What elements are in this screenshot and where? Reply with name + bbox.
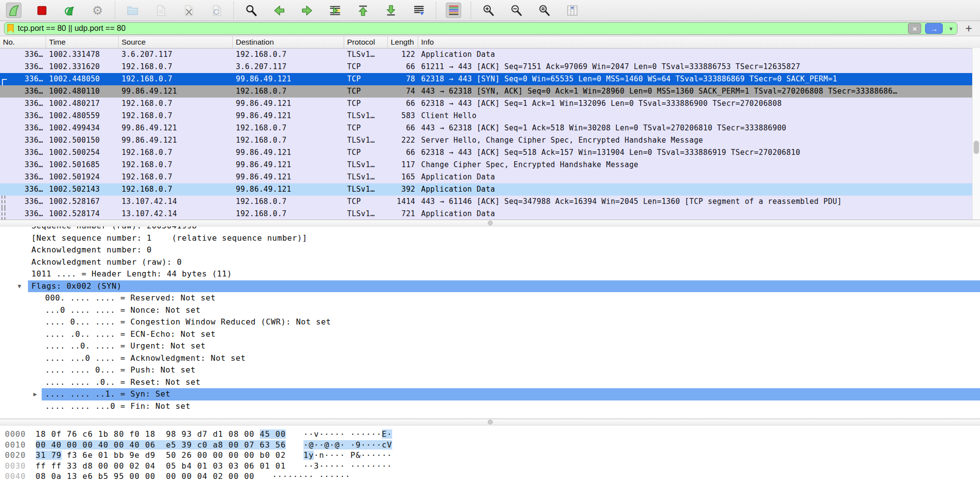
capture-stop-icon[interactable]	[34, 2, 50, 18]
ascii-char[interactable]: ·	[319, 440, 325, 449]
go-to-packet-icon[interactable]	[327, 2, 343, 18]
ascii-char[interactable]: ·	[377, 440, 382, 449]
filter-bookmark-icon[interactable]	[7, 24, 14, 33]
detail-line[interactable]: Acknowledgment number: 0	[0, 244, 980, 256]
hex-byte[interactable]: 00	[82, 440, 93, 449]
hex-byte[interactable]: 18	[145, 429, 155, 439]
hex-byte[interactable]: 13	[67, 472, 77, 481]
ascii-char[interactable]: ·	[340, 429, 346, 439]
detail-line[interactable]: .... .0.. .... = ECN-Echo: Not set	[0, 328, 980, 341]
hex-byte[interactable]: b4	[181, 461, 192, 471]
ascii-char[interactable]: ·	[314, 450, 319, 460]
reload-file-icon[interactable]	[208, 2, 224, 18]
ascii-char[interactable]: ·	[361, 429, 366, 439]
packet-row[interactable]: 336…1002.480559192.168.0.799.86.49.121TL…	[0, 110, 980, 122]
ascii-char[interactable]: ·	[277, 472, 283, 481]
ascii-char[interactable]: ·	[387, 450, 392, 460]
hex-byte[interactable]: 08	[228, 429, 239, 439]
hex-byte[interactable]: 63	[260, 440, 270, 449]
ascii-char[interactable]: @	[309, 440, 314, 449]
hex-byte[interactable]: 39	[181, 440, 192, 449]
ascii-char[interactable]: E	[382, 429, 387, 439]
ascii-char[interactable]: ·	[377, 429, 382, 439]
packet-row[interactable]: 336…1002.331620192.168.0.73.6.207.117TCP…	[0, 61, 980, 73]
hex-byte[interactable]: 0a	[51, 472, 61, 481]
hex-byte[interactable]: 00	[67, 440, 77, 449]
hex-byte[interactable]: f0	[129, 429, 140, 439]
ascii-char[interactable]: ·	[382, 450, 387, 460]
ascii-char[interactable]: ·	[340, 450, 346, 460]
hex-byte[interactable]: 93	[181, 429, 192, 439]
auto-scroll-icon[interactable]	[411, 2, 427, 18]
hex-byte[interactable]: 00	[114, 440, 124, 449]
ascii-char[interactable]: ·	[361, 440, 366, 449]
hex-byte[interactable]: 03	[228, 461, 239, 471]
save-file-icon[interactable]	[152, 2, 168, 18]
packet-row[interactable]: 336…1002.52816713.107.42.14192.168.0.7TC…	[0, 196, 980, 208]
hex-byte[interactable]: 01	[197, 461, 207, 471]
ascii-char[interactable]: @	[325, 440, 330, 449]
splitter-handle-icon[interactable]	[488, 420, 493, 424]
hex-byte[interactable]: 01	[276, 461, 286, 471]
ascii-char[interactable]: ·	[309, 461, 314, 471]
column-header-length[interactable]: Length	[388, 36, 418, 48]
collapse-toggle-icon[interactable]: ▼	[18, 280, 22, 293]
packet-row[interactable]: 336…1002.3314783.6.207.117192.168.0.7TLS…	[0, 49, 980, 61]
hex-byte[interactable]: 00	[244, 472, 254, 481]
detail-line[interactable]: .... ..0. .... = Urgent: Not set	[0, 340, 980, 352]
hex-byte[interactable]: 56	[276, 440, 286, 449]
detail-line[interactable]: .... .... 0... = Push: Not set	[0, 364, 980, 376]
hex-row[interactable]: 000018 0f 76 c6 1b 80 f0 18 98 93 d7 d1 …	[5, 429, 980, 440]
ascii-char[interactable]: &	[355, 450, 361, 460]
go-top-icon[interactable]	[355, 2, 371, 18]
filter-expression-text[interactable]: tcp.port == 80 || udp.port == 80	[18, 24, 904, 33]
packet-row[interactable]: 336…1002.501685192.168.0.799.86.49.121TL…	[0, 159, 980, 171]
capture-options-icon[interactable]: ⚙	[90, 2, 105, 18]
ascii-char[interactable]: ·	[340, 472, 346, 481]
ascii-char[interactable]: ·	[314, 440, 319, 449]
hex-byte[interactable]: 80	[114, 429, 124, 439]
ascii-char[interactable]: n	[319, 450, 325, 460]
hex-byte[interactable]: d9	[145, 450, 155, 460]
hex-byte[interactable]: 00	[114, 461, 124, 471]
ascii-char[interactable]: ·	[288, 472, 293, 481]
hex-byte[interactable]: 76	[67, 429, 77, 439]
detail-line[interactable]: Sequence number (raw): 2005041998	[0, 226, 980, 232]
hex-byte[interactable]: 40	[98, 440, 108, 449]
ascii-char[interactable]: ·	[329, 440, 335, 449]
ascii-char[interactable]: 1	[303, 450, 309, 460]
hex-byte[interactable]: d8	[82, 461, 93, 471]
hex-byte[interactable]: 79	[51, 450, 61, 460]
ascii-char[interactable]: ·	[366, 450, 372, 460]
pane-splitter-lower[interactable]	[0, 419, 980, 425]
hex-byte[interactable]: d1	[213, 429, 223, 439]
detail-line[interactable]: [Next sequence number: 1 (relative seque…	[0, 232, 980, 245]
packet-row[interactable]: 336…1002.448050192.168.0.799.86.49.121TC…	[0, 73, 980, 85]
ascii-char[interactable]: ·	[366, 429, 372, 439]
find-packet-icon[interactable]	[243, 2, 259, 18]
splitter-handle-icon[interactable]	[488, 221, 493, 225]
ascii-char[interactable]: ·	[387, 429, 392, 439]
hex-byte[interactable]: c0	[197, 440, 207, 449]
ascii-char[interactable]: ·	[351, 461, 356, 471]
ascii-char[interactable]: ·	[303, 429, 309, 439]
ascii-char[interactable]: ·	[272, 472, 277, 481]
hex-byte[interactable]: 06	[145, 440, 155, 449]
hex-row[interactable]: 004008 0a 13 e6 b5 95 00 00 00 00 04 02 …	[5, 471, 980, 482]
hex-byte[interactable]: 95	[114, 472, 124, 481]
ascii-char[interactable]: ·	[319, 429, 325, 439]
ascii-char[interactable]: V	[387, 440, 392, 449]
ascii-char[interactable]: ·	[303, 472, 309, 481]
hex-byte[interactable]: 00	[276, 429, 286, 439]
detail-line[interactable]: 000. .... .... = Reserved: Not set	[0, 292, 980, 304]
ascii-char[interactable]: ·	[329, 429, 335, 439]
ascii-char[interactable]: 3	[314, 461, 319, 471]
expand-toggle-icon[interactable]: ▶	[33, 388, 37, 400]
ascii-char[interactable]: ·	[355, 429, 361, 439]
ascii-char[interactable]: ·	[371, 429, 377, 439]
hex-byte[interactable]: 40	[129, 440, 140, 449]
ascii-char[interactable]: ·	[377, 450, 382, 460]
hex-byte[interactable]: 1b	[98, 429, 108, 439]
ascii-char[interactable]: ·	[309, 472, 314, 481]
capture-start-icon[interactable]	[6, 2, 22, 18]
